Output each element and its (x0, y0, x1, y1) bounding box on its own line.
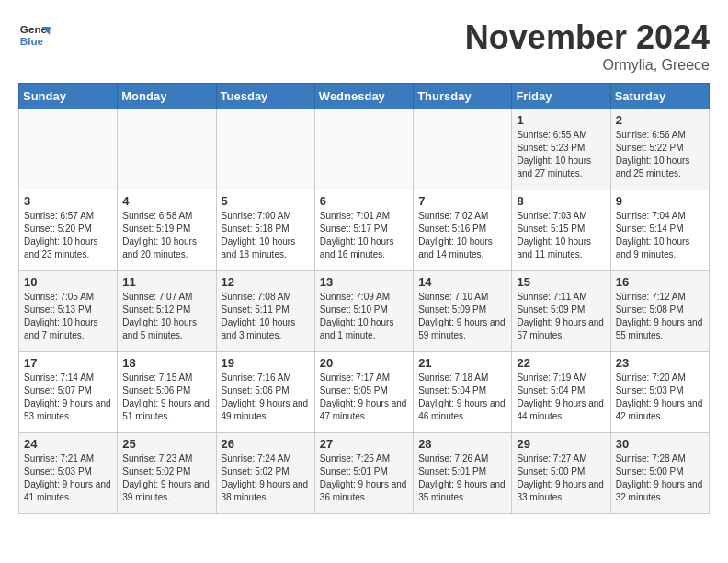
day-info: Sunrise: 7:21 AM Sunset: 5:03 PM Dayligh… (24, 453, 112, 504)
weekday-header-monday: Monday (118, 84, 216, 109)
calendar-cell (19, 109, 118, 190)
calendar-table: SundayMondayTuesdayWednesdayThursdayFrid… (18, 83, 710, 514)
calendar-cell: 3Sunrise: 6:57 AM Sunset: 5:20 PM Daylig… (19, 190, 118, 271)
calendar-cell: 28Sunrise: 7:26 AM Sunset: 5:01 PM Dayli… (414, 433, 512, 514)
calendar-cell: 20Sunrise: 7:17 AM Sunset: 5:05 PM Dayli… (314, 352, 413, 433)
day-number: 19 (222, 356, 310, 370)
day-info: Sunrise: 7:25 AM Sunset: 5:01 PM Dayligh… (320, 453, 408, 504)
calendar-cell (314, 109, 413, 190)
calendar-cell: 15Sunrise: 7:11 AM Sunset: 5:09 PM Dayli… (512, 271, 610, 352)
day-info: Sunrise: 7:27 AM Sunset: 5:00 PM Dayligh… (517, 453, 605, 504)
day-info: Sunrise: 6:58 AM Sunset: 5:19 PM Dayligh… (122, 210, 210, 261)
calendar-cell: 21Sunrise: 7:18 AM Sunset: 5:04 PM Dayli… (414, 352, 512, 433)
calendar-cell (118, 109, 216, 190)
calendar-cell: 25Sunrise: 7:23 AM Sunset: 5:02 PM Dayli… (118, 433, 216, 514)
day-info: Sunrise: 7:18 AM Sunset: 5:04 PM Dayligh… (418, 372, 506, 423)
calendar-cell: 8Sunrise: 7:03 AM Sunset: 5:15 PM Daylig… (512, 190, 610, 271)
day-number: 21 (418, 356, 506, 370)
day-number: 8 (517, 194, 605, 208)
day-info: Sunrise: 7:10 AM Sunset: 5:09 PM Dayligh… (418, 291, 506, 342)
day-number: 9 (616, 194, 704, 208)
day-number: 17 (24, 356, 112, 370)
weekday-header-friday: Friday (512, 84, 610, 109)
day-number: 10 (24, 275, 112, 289)
calendar-cell: 6Sunrise: 7:01 AM Sunset: 5:17 PM Daylig… (314, 190, 413, 271)
calendar-cell: 14Sunrise: 7:10 AM Sunset: 5:09 PM Dayli… (414, 271, 512, 352)
day-info: Sunrise: 7:14 AM Sunset: 5:07 PM Dayligh… (24, 372, 112, 423)
day-info: Sunrise: 7:08 AM Sunset: 5:11 PM Dayligh… (222, 291, 310, 342)
calendar-cell: 18Sunrise: 7:15 AM Sunset: 5:06 PM Dayli… (118, 352, 216, 433)
page-header: General Blue November 2024 Ormylia, Gree… (18, 18, 710, 74)
calendar-cell: 22Sunrise: 7:19 AM Sunset: 5:04 PM Dayli… (512, 352, 610, 433)
week-row-1: 1Sunrise: 6:55 AM Sunset: 5:23 PM Daylig… (19, 109, 710, 190)
day-number: 2 (616, 113, 704, 127)
calendar-body: 1Sunrise: 6:55 AM Sunset: 5:23 PM Daylig… (19, 109, 710, 514)
day-info: Sunrise: 7:17 AM Sunset: 5:05 PM Dayligh… (320, 372, 408, 423)
calendar-cell: 4Sunrise: 6:58 AM Sunset: 5:19 PM Daylig… (118, 190, 216, 271)
day-number: 6 (320, 194, 408, 208)
day-info: Sunrise: 7:26 AM Sunset: 5:01 PM Dayligh… (418, 453, 506, 504)
day-info: Sunrise: 7:24 AM Sunset: 5:02 PM Dayligh… (222, 453, 310, 504)
day-info: Sunrise: 7:01 AM Sunset: 5:17 PM Dayligh… (320, 210, 408, 261)
calendar-cell: 12Sunrise: 7:08 AM Sunset: 5:11 PM Dayli… (216, 271, 314, 352)
calendar-cell (216, 109, 314, 190)
day-number: 5 (222, 194, 310, 208)
weekday-header-sunday: Sunday (19, 84, 118, 109)
day-info: Sunrise: 7:04 AM Sunset: 5:14 PM Dayligh… (616, 210, 704, 261)
calendar-cell: 17Sunrise: 7:14 AM Sunset: 5:07 PM Dayli… (19, 352, 118, 433)
day-number: 25 (122, 437, 210, 451)
day-number: 15 (517, 275, 605, 289)
weekday-header-tuesday: Tuesday (216, 84, 314, 109)
title-area: November 2024 Ormylia, Greece (465, 18, 710, 74)
day-info: Sunrise: 7:16 AM Sunset: 5:06 PM Dayligh… (222, 372, 310, 423)
day-number: 28 (418, 437, 506, 451)
calendar-cell: 27Sunrise: 7:25 AM Sunset: 5:01 PM Dayli… (314, 433, 413, 514)
calendar-cell: 26Sunrise: 7:24 AM Sunset: 5:02 PM Dayli… (216, 433, 314, 514)
day-info: Sunrise: 7:20 AM Sunset: 5:03 PM Dayligh… (616, 372, 704, 423)
calendar-cell: 2Sunrise: 6:56 AM Sunset: 5:22 PM Daylig… (610, 109, 709, 190)
day-number: 12 (222, 275, 310, 289)
calendar-cell: 5Sunrise: 7:00 AM Sunset: 5:18 PM Daylig… (216, 190, 314, 271)
day-number: 20 (320, 356, 408, 370)
day-info: Sunrise: 7:19 AM Sunset: 5:04 PM Dayligh… (517, 372, 605, 423)
day-info: Sunrise: 6:56 AM Sunset: 5:22 PM Dayligh… (616, 129, 704, 180)
week-row-4: 17Sunrise: 7:14 AM Sunset: 5:07 PM Dayli… (19, 352, 710, 433)
calendar-cell: 24Sunrise: 7:21 AM Sunset: 5:03 PM Dayli… (19, 433, 118, 514)
day-info: Sunrise: 7:07 AM Sunset: 5:12 PM Dayligh… (122, 291, 210, 342)
calendar-cell: 11Sunrise: 7:07 AM Sunset: 5:12 PM Dayli… (118, 271, 216, 352)
day-number: 24 (24, 437, 112, 451)
day-number: 14 (418, 275, 506, 289)
weekday-header-wednesday: Wednesday (314, 84, 413, 109)
day-number: 30 (616, 437, 704, 451)
day-number: 18 (122, 356, 210, 370)
day-info: Sunrise: 6:57 AM Sunset: 5:20 PM Dayligh… (24, 210, 112, 261)
day-number: 29 (517, 437, 605, 451)
calendar-cell: 10Sunrise: 7:05 AM Sunset: 5:13 PM Dayli… (19, 271, 118, 352)
day-number: 11 (122, 275, 210, 289)
weekday-header-row: SundayMondayTuesdayWednesdayThursdayFrid… (19, 84, 710, 109)
week-row-5: 24Sunrise: 7:21 AM Sunset: 5:03 PM Dayli… (19, 433, 710, 514)
calendar-cell: 30Sunrise: 7:28 AM Sunset: 5:00 PM Dayli… (610, 433, 709, 514)
calendar-cell: 1Sunrise: 6:55 AM Sunset: 5:23 PM Daylig… (512, 109, 610, 190)
day-info: Sunrise: 7:23 AM Sunset: 5:02 PM Dayligh… (122, 453, 210, 504)
calendar-cell: 13Sunrise: 7:09 AM Sunset: 5:10 PM Dayli… (314, 271, 413, 352)
svg-text:Blue: Blue (20, 35, 44, 47)
day-number: 26 (222, 437, 310, 451)
day-number: 22 (517, 356, 605, 370)
day-info: Sunrise: 6:55 AM Sunset: 5:23 PM Dayligh… (517, 129, 605, 180)
calendar-cell: 23Sunrise: 7:20 AM Sunset: 5:03 PM Dayli… (610, 352, 709, 433)
day-number: 4 (122, 194, 210, 208)
day-info: Sunrise: 7:15 AM Sunset: 5:06 PM Dayligh… (122, 372, 210, 423)
day-number: 23 (616, 356, 704, 370)
day-number: 1 (517, 113, 605, 127)
day-number: 13 (320, 275, 408, 289)
calendar-subtitle: Ormylia, Greece (465, 57, 710, 74)
day-number: 27 (320, 437, 408, 451)
calendar-cell (414, 109, 512, 190)
day-number: 3 (24, 194, 112, 208)
calendar-title: November 2024 (465, 18, 710, 57)
day-info: Sunrise: 7:00 AM Sunset: 5:18 PM Dayligh… (222, 210, 310, 261)
calendar-cell: 29Sunrise: 7:27 AM Sunset: 5:00 PM Dayli… (512, 433, 610, 514)
day-info: Sunrise: 7:11 AM Sunset: 5:09 PM Dayligh… (517, 291, 605, 342)
week-row-3: 10Sunrise: 7:05 AM Sunset: 5:13 PM Dayli… (19, 271, 710, 352)
